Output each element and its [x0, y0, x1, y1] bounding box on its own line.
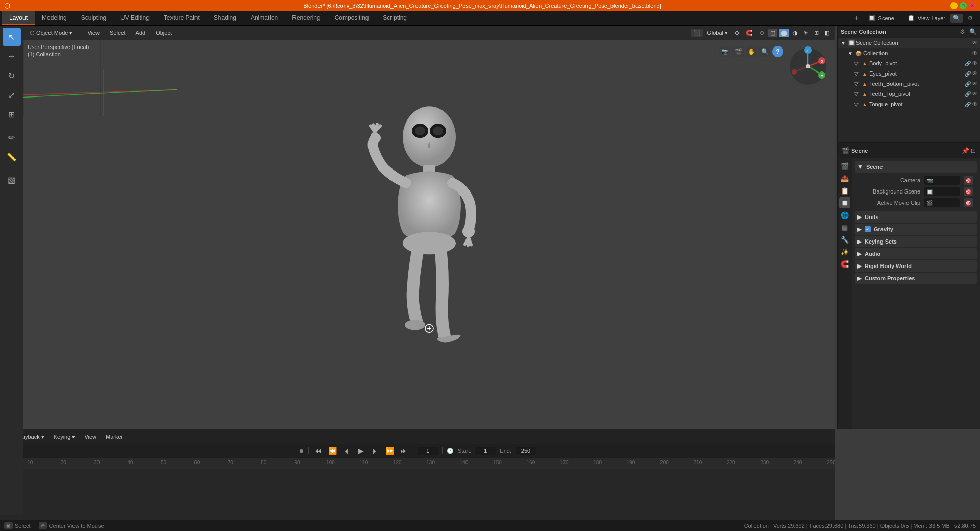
active-clip-field[interactable]: 🎬 [924, 198, 960, 207]
modifier-props-icon[interactable]: 🔧 [839, 234, 850, 245]
view-layer-search[interactable]: 🔍 [950, 14, 963, 23]
step-forward-button[interactable]: ⏵ [370, 446, 380, 456]
props-expand-icon[interactable]: ⊡ [971, 147, 976, 154]
body-pivot-vis[interactable]: 👁 [972, 60, 978, 67]
auto-keying-icon[interactable]: ⏺ [299, 448, 304, 454]
view-layer-filter[interactable]: ⚙ [968, 15, 973, 21]
camera-pick-button[interactable]: 🎯 [964, 176, 973, 185]
timeline-ruler[interactable]: 1102030405060708090100110120130140150160… [0, 458, 835, 469]
maximize-button[interactable]: □ [960, 2, 967, 9]
particles-props-icon[interactable]: ✨ [839, 246, 850, 257]
add-menu[interactable]: Add [133, 29, 149, 37]
play-button[interactable]: ▶ [356, 446, 366, 456]
jump-back-button[interactable]: ⏪ [327, 446, 337, 456]
tongue-link[interactable]: 🔗 [965, 102, 971, 107]
select-tool-button[interactable]: ↖ [3, 28, 21, 46]
scene-selector[interactable]: Scene [878, 15, 894, 21]
bg-scene-field[interactable]: 🔲 [924, 187, 960, 196]
rendered-shading-btn[interactable]: ☀ [801, 29, 811, 37]
outliner-teeth-bottom-pivot[interactable]: ▽ ▲ Teeth_Bottom_pivot 🔗 👁 [838, 79, 980, 89]
close-button[interactable]: ✕ [969, 2, 976, 9]
step-back-button[interactable]: ⏴ [341, 446, 352, 456]
view-layer-props-icon[interactable]: 📋 [839, 185, 850, 196]
scene-collection-vis[interactable]: 👁 [972, 39, 978, 46]
object-props-icon[interactable]: ▤ [839, 222, 850, 233]
props-pin-icon[interactable]: 📌 [962, 147, 969, 154]
units-section-header[interactable]: ▶ Units [855, 211, 977, 223]
tongue-vis[interactable]: 👁 [972, 101, 978, 108]
viewport-shading-icon[interactable]: ⬛ [691, 29, 703, 37]
workspace-tab-scripting[interactable]: Scripting [376, 11, 414, 25]
eyes-pivot-link[interactable]: 🔗 [965, 71, 971, 77]
hand-tool-icon[interactable]: ✋ [746, 46, 757, 57]
transform-orientations[interactable]: ⊕ [757, 29, 767, 37]
move-tool-button[interactable]: ↔ [3, 47, 21, 65]
scene-props-btn[interactable]: 🔲 [839, 197, 850, 208]
snap-button[interactable]: 🧲 [743, 29, 755, 37]
outliner-tongue-pivot[interactable]: ▽ ▲ Tongue_pivot 🔗 👁 [838, 99, 980, 109]
select-menu[interactable]: Select [107, 29, 129, 37]
active-clip-pick-button[interactable]: 🎯 [964, 198, 973, 207]
body-pivot-link[interactable]: 🔗 [965, 61, 971, 66]
outliner-collection-item[interactable]: ▼ 📦 Collection 👁 [838, 48, 980, 58]
outliner-teeth-top-pivot[interactable]: ▽ ▲ Teeth_Top_pivot 🔗 👁 [838, 89, 980, 99]
keying-menu[interactable]: Keying ▾ [51, 432, 79, 441]
output-props-icon[interactable]: 📤 [839, 173, 850, 184]
help-icon[interactable]: ? [772, 46, 783, 57]
xray-btn[interactable]: ◧ [822, 29, 831, 37]
teeth-bottom-link[interactable]: 🔗 [965, 81, 971, 87]
view-layer-selector[interactable]: View Layer [918, 15, 945, 21]
workspace-tab-layout[interactable]: Layout [2, 11, 35, 25]
scale-tool-button[interactable]: ⤢ [3, 86, 21, 104]
gravity-checkbox[interactable]: ✓ [865, 226, 871, 232]
overlays-btn[interactable]: ⊞ [812, 29, 821, 37]
world-props-icon[interactable]: 🌐 [839, 209, 850, 221]
workspace-tab-uv-editing[interactable]: UV Editing [113, 11, 157, 25]
collection-vis[interactable]: 👁 [972, 50, 978, 57]
3d-viewport[interactable]: User Perspective (Local) (1) Collection [23, 40, 835, 429]
rotate-tool-button[interactable]: ↻ [3, 66, 21, 85]
outliner-scene-collection[interactable]: ▼ 🔲 Scene Collection 👁 [838, 38, 980, 48]
end-frame-input[interactable]: 250 [516, 447, 536, 455]
scene-section-header[interactable]: ▼ Scene [855, 161, 977, 173]
workspace-tab-modeling[interactable]: Modeling [35, 11, 74, 25]
view-menu-timeline[interactable]: View [81, 432, 100, 441]
custom-props-header[interactable]: ▶ Custom Properties [855, 273, 977, 284]
jump-forward-button[interactable]: ⏩ [384, 446, 395, 456]
audio-section-header[interactable]: ▶ Audio [855, 248, 977, 259]
jump-to-end-button[interactable]: ⏭ [399, 446, 409, 456]
teeth-top-vis[interactable]: 👁 [972, 90, 978, 98]
current-frame-input[interactable]: 1 [418, 447, 438, 455]
annotate-tool-button[interactable]: ✏ [3, 128, 21, 147]
teeth-bottom-vis[interactable]: 👁 [972, 80, 978, 87]
global-select[interactable]: Global ▾ [704, 29, 730, 37]
minimize-button[interactable]: ─ [950, 2, 958, 9]
object-mode-selector[interactable]: ⬡ Object Mode ▾ [27, 29, 76, 37]
eyes-pivot-vis[interactable]: 👁 [972, 70, 978, 77]
solid-shading-btn[interactable]: ⬤ [779, 29, 789, 37]
outliner-filter[interactable]: ⚙ [960, 28, 965, 35]
add-workspace-button[interactable]: + [851, 11, 863, 25]
outliner-search[interactable]: 🔍 [969, 28, 977, 35]
workspace-tab-rendering[interactable]: Rendering [285, 11, 327, 25]
workspace-tab-sculpting[interactable]: Sculpting [74, 11, 113, 25]
workspace-tab-compositing[interactable]: Compositing [328, 11, 376, 25]
navigation-gizmo[interactable]: X Y Z [788, 46, 828, 87]
outliner-eyes-pivot[interactable]: ▽ ▲ Eyes_pivot 🔗 👁 [838, 68, 980, 79]
physics-props-icon[interactable]: 🧲 [839, 258, 850, 270]
wireframe-shading-btn[interactable]: ◫ [768, 29, 777, 37]
gravity-section-header[interactable]: ▶ ✓ Gravity [855, 224, 977, 235]
marker-menu[interactable]: Marker [103, 432, 126, 441]
workspace-tab-texture-paint[interactable]: Texture Paint [157, 11, 207, 25]
add-cube-button[interactable]: ▧ [3, 171, 21, 189]
jump-to-start-button[interactable]: ⏮ [313, 446, 323, 456]
teeth-top-link[interactable]: 🔗 [965, 91, 971, 97]
transform-tool-button[interactable]: ⊞ [3, 105, 21, 124]
start-frame-input[interactable]: 1 [475, 447, 496, 455]
zoom-icon[interactable]: 🔍 [759, 46, 770, 57]
proportional-edit[interactable]: ⊙ [732, 29, 742, 37]
material-shading-btn[interactable]: ◑ [791, 29, 800, 37]
workspace-tab-animation[interactable]: Animation [243, 11, 285, 25]
workspace-tab-shading[interactable]: Shading [207, 11, 243, 25]
render-region-icon[interactable]: 🎬 [732, 46, 744, 57]
